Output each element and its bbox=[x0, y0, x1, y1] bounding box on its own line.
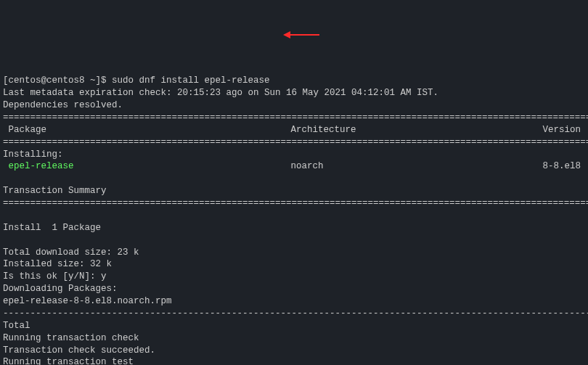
divider-eq: ========================================… bbox=[3, 112, 588, 124]
table-header-row: PackageArchitectureVersion bbox=[3, 124, 588, 136]
header-architecture: Architecture bbox=[291, 124, 543, 136]
package-name: epel-release bbox=[3, 160, 291, 173]
terminal-output[interactable]: [centos@centos8 ~]$ sudo dnf install epe… bbox=[3, 75, 588, 365]
divider-eq: ========================================… bbox=[3, 136, 588, 149]
table-row: epel-releasenoarch8-8.el8 bbox=[3, 160, 588, 173]
divider-dash: ----------------------------------------… bbox=[3, 308, 588, 320]
header-package: Package bbox=[3, 124, 291, 136]
svg-marker-1 bbox=[283, 31, 290, 38]
rpm-filename: epel-release-8-8.el8.noarch.rpm bbox=[3, 296, 172, 306]
divider-eq: ========================================… bbox=[3, 197, 588, 210]
installing-label: Installing: bbox=[3, 149, 63, 160]
transaction-summary-label: Transaction Summary bbox=[3, 186, 107, 196]
dependencies-resolved-line: Dependencies resolved. bbox=[3, 100, 123, 110]
typed-command: sudo dnf install epel-release bbox=[112, 75, 270, 86]
confirm-prompt: Is this ok [y/N]: y bbox=[3, 271, 107, 282]
package-arch: noarch bbox=[291, 160, 543, 173]
shell-prompt: [centos@centos8 ~]$ bbox=[3, 75, 112, 86]
annotation-arrow bbox=[283, 6, 319, 52]
download-size: Total download size: 23 k bbox=[3, 247, 139, 258]
installed-size: Installed size: 32 k bbox=[3, 259, 112, 269]
metadata-expiration-line: Last metadata expiration check: 20:15:23… bbox=[3, 88, 438, 98]
install-count: Install 1 Package bbox=[3, 223, 101, 233]
running-test: Running transaction test bbox=[3, 357, 134, 365]
header-version: Version bbox=[542, 124, 588, 136]
package-version: 8-8.el8 bbox=[542, 160, 588, 173]
downloading-packages: Downloading Packages: bbox=[3, 284, 118, 294]
total-label: Total bbox=[3, 321, 30, 331]
check-succeeded: Transaction check succeeded. bbox=[3, 345, 155, 356]
running-check: Running transaction check bbox=[3, 333, 139, 343]
